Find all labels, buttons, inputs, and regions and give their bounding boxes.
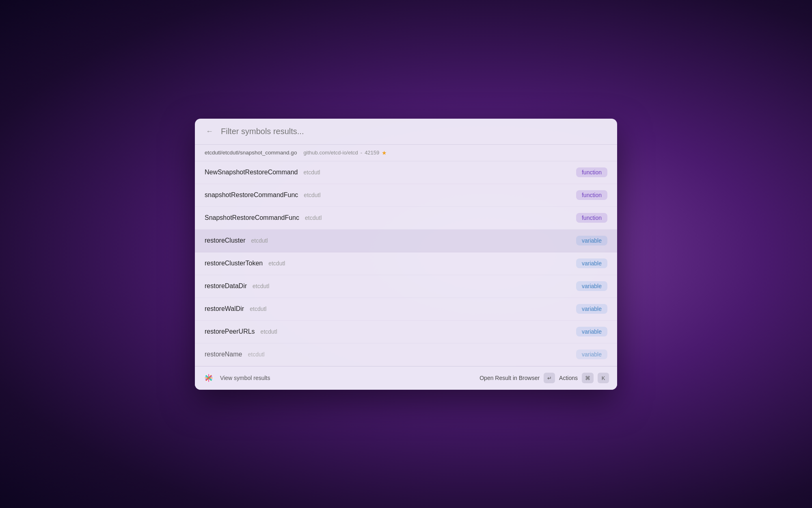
result-row[interactable]: snapshotRestoreCommandFuncetcdutlfunctio… [195, 184, 617, 207]
symbol-name: snapshotRestoreCommandFunc [205, 191, 298, 199]
result-left: SnapshotRestoreCommandFuncetcdutl [205, 214, 322, 221]
symbol-type-badge: variable [576, 350, 607, 359]
result-row[interactable]: SnapshotRestoreCommandFuncetcdutlfunctio… [195, 207, 617, 230]
symbol-name: restorePeerURLs [205, 328, 255, 335]
symbol-type-badge: function [576, 167, 607, 177]
k-key-badge: K [598, 373, 609, 383]
symbol-type-badge: variable [576, 236, 607, 245]
symbol-name: restoreName [205, 351, 242, 358]
result-left: restoreDataDiretcdutl [205, 282, 269, 290]
result-left: restoreNameetcdutl [205, 351, 265, 358]
file-header: etcdutl/etcdutl/snapshot_command.go gith… [195, 145, 617, 161]
sourcegraph-logo-icon [203, 372, 214, 384]
symbol-type-badge: variable [576, 304, 607, 314]
result-row[interactable]: restorePeerURLsetcdutlvariable [195, 321, 617, 343]
result-row[interactable]: restoreClusterTokenetcdutlvariable [195, 252, 617, 275]
symbol-type-badge: function [576, 190, 607, 200]
star-count: 42159 [365, 150, 379, 156]
view-symbol-label[interactable]: View symbol results [220, 375, 475, 381]
symbol-type-badge: function [576, 213, 607, 223]
back-icon[interactable]: ← [204, 126, 215, 137]
star-icon: ★ [382, 150, 387, 156]
symbol-name: restoreDataDir [205, 282, 247, 290]
footer-right: Open Result in Browser ↵ Actions ⌘ K [479, 373, 609, 383]
symbol-module: etcdutl [303, 169, 320, 176]
result-left: restoreWalDiretcdutl [205, 305, 266, 313]
symbol-module: etcdutl [305, 215, 322, 221]
symbol-module: etcdutl [253, 283, 269, 289]
results-list: NewSnapshotRestoreCommandetcdutlfunction… [195, 161, 617, 366]
result-row[interactable]: restoreNameetcdutlvariable [195, 343, 617, 366]
open-result-label: Open Result in Browser [479, 375, 540, 381]
symbol-type-badge: variable [576, 281, 607, 291]
result-row[interactable]: restoreWalDiretcdutlvariable [195, 298, 617, 321]
symbol-name: NewSnapshotRestoreCommand [205, 169, 298, 176]
result-left: snapshotRestoreCommandFuncetcdutl [205, 191, 321, 199]
symbol-type-badge: variable [576, 327, 607, 336]
symbol-module: etcdutl [268, 260, 285, 267]
result-row[interactable]: restoreClusteretcdutlvariable [195, 230, 617, 252]
symbol-type-badge: variable [576, 258, 607, 268]
symbol-module: etcdutl [248, 351, 264, 358]
repo-info: github.com/etcd-io/etcd - 42159 ★ [303, 150, 387, 156]
result-row[interactable]: restoreDataDiretcdutlvariable [195, 275, 617, 298]
symbol-module: etcdutl [250, 306, 266, 312]
repo-name: github.com/etcd-io/etcd [303, 150, 358, 156]
actions-label: Actions [559, 375, 578, 381]
result-left: restoreClusterTokenetcdutl [205, 260, 285, 267]
result-left: restoreClusteretcdutl [205, 237, 268, 244]
symbol-name: restoreClusterToken [205, 260, 263, 267]
result-left: restorePeerURLsetcdutl [205, 328, 277, 335]
result-left: NewSnapshotRestoreCommandetcdutl [205, 169, 320, 176]
symbol-module: etcdutl [304, 192, 320, 198]
symbol-module: etcdutl [261, 328, 277, 335]
search-bar: ← [195, 119, 617, 145]
separator: - [361, 150, 362, 156]
symbol-module: etcdutl [251, 237, 268, 244]
file-path: etcdutl/etcdutl/snapshot_command.go [205, 150, 297, 156]
enter-key-badge: ↵ [544, 373, 555, 383]
result-row[interactable]: NewSnapshotRestoreCommandetcdutlfunction [195, 161, 617, 184]
symbol-name: restoreWalDir [205, 305, 244, 313]
symbol-name: SnapshotRestoreCommandFunc [205, 214, 299, 221]
search-input[interactable] [221, 127, 608, 136]
symbol-name: restoreCluster [205, 237, 245, 244]
cmd-key-badge: ⌘ [582, 373, 594, 383]
symbol-search-dialog: ← etcdutl/etcdutl/snapshot_command.go gi… [195, 119, 617, 390]
footer: View symbol results Open Result in Brows… [195, 366, 617, 390]
